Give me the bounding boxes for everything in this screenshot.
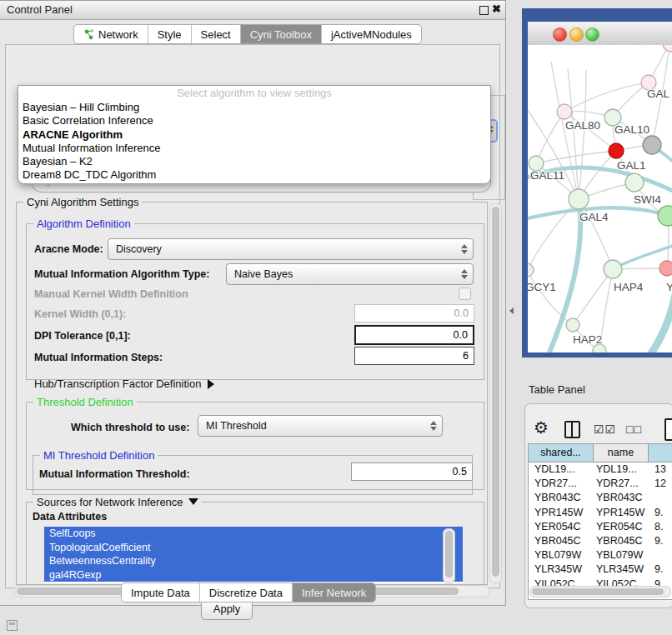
manual-kernel-checkbox[interactable] [459,288,471,300]
table-cell: YBR045C [529,534,593,548]
table-row[interactable]: YER054CYER054C8. [529,520,672,534]
table-row[interactable]: YBR043CYBR043C [529,491,672,505]
mi-threshold-group-title: MI Threshold Definition [40,449,158,462]
column-header-shared-name[interactable]: shared... [529,444,594,462]
source-attribute-item[interactable]: gal4RGexp [44,568,463,582]
network-icon [83,28,94,40]
network-node[interactable] [528,263,534,277]
network-node[interactable] [609,143,624,158]
table-panel-title: Table Panel [529,383,585,396]
sources-title-label: Sources for Network Inference [37,496,183,508]
table-cell: YDR27... [529,477,593,491]
manual-kernel-label: Manual Kernel Width Definition [34,288,188,300]
bottom-tab-discretize-data[interactable]: Discretize Data [200,583,293,602]
algorithm-option[interactable]: Bayesian – Hill Climbing [18,101,490,114]
tab-label: Cyni Toolbox [250,28,312,41]
panel-doc-icon[interactable] [664,418,672,441]
mi-steps-field[interactable]: 6 [354,347,474,365]
column-header-name[interactable]: name [594,444,649,462]
close-window-button[interactable] [553,28,567,42]
column-header-partial[interactable] [649,444,672,462]
dpi-tolerance-field[interactable]: 0.0 [354,325,474,345]
gear-icon[interactable]: ⚙ [534,418,549,438]
zoom-window-button[interactable] [585,28,599,42]
table-row[interactable]: YDL19...YDL19...13 [529,462,672,477]
table-cell: YBR043C [593,491,648,505]
select-all-checkboxes-icon[interactable]: ☑☑ [594,422,616,436]
algorithm-option[interactable]: Dream8 DC_TDC Algorithm [18,168,490,182]
network-edge [564,82,649,112]
table-horizontal-scrollbar[interactable] [529,586,671,598]
network-node[interactable] [625,173,644,192]
table-cell: YPR145W [593,506,648,520]
tab-select[interactable]: Select [192,25,241,43]
bottom-tabs: Impute DataDiscretize DataInfer Network [121,582,376,602]
which-threshold-value: MI Threshold [198,420,428,432]
algorithm-option[interactable]: ARACNE Algorithm [18,128,490,142]
list-scrollbar[interactable] [443,528,455,583]
tab-label: Network [98,28,138,41]
deselect-all-checkboxes-icon[interactable]: □□ [626,422,642,436]
settings-vertical-scrollbar[interactable] [489,203,502,583]
panel-divider-collapse-icon[interactable] [509,308,514,314]
network-node[interactable] [663,45,672,52]
tab-network[interactable]: Network [74,25,148,43]
columns-icon[interactable] [564,421,580,438]
source-attribute-item[interactable]: BetweennessCentrality [44,554,463,568]
tab-style[interactable]: Style [148,25,192,43]
table-cell: YER054C [529,520,593,534]
network-node[interactable] [643,136,661,154]
combo-spinner-icon [459,244,470,254]
dpi-tolerance-label: DPI Tolerance [0,1]: [34,330,131,342]
node-label: GAL80 [565,119,600,132]
tab-cyni-toolbox[interactable]: Cyni Toolbox [241,25,322,43]
network-node[interactable] [557,104,572,119]
tab-label: Infer Network [302,587,366,599]
control-panel-tabs: NetworkStyleSelectCyni ToolboxjActiveMNo… [73,24,422,44]
network-node[interactable] [659,261,672,276]
minimize-window-button[interactable] [569,28,584,42]
table-cell: YBL079W [529,548,593,562]
threshold-definition-title: Threshold Definition [33,396,137,408]
mi-type-value: Naive Bayes [227,268,459,280]
network-node[interactable] [566,318,579,332]
tab-jactivemnodules[interactable]: jActiveMNodules [322,25,421,43]
window-title: Control Panel [7,3,73,16]
network-graph: GALGAL80GAL10GAL1SWI4GAL11GAL4GCY1HAP4YH… [528,45,672,352]
mi-threshold-field[interactable]: 0.5 [351,462,473,481]
algorithm-option[interactable]: Bayesian – K2 [18,155,490,168]
app-root: Control Panel ✖ NetworkStyleSelectCyni T… [0,0,672,635]
source-attribute-item[interactable]: SelfLoops [44,527,463,541]
control-panel-titlebar: Control Panel ✖ [0,1,505,20]
control-panel-window: Control Panel ✖ NetworkStyleSelectCyni T… [0,0,506,606]
hub-definition-toggle[interactable]: Hub/Transcription Factor Definition [34,378,214,390]
mi-type-combo[interactable]: Naive Bayes [226,263,474,285]
table-row[interactable]: YDR27...YDR27...12 [529,477,672,491]
close-icon[interactable]: ✖ [492,2,501,15]
table-row[interactable]: YLR345WYLR345W9. [529,562,672,577]
cyni-toolbox-panel: gal-filtered sif default node Select alg… [5,44,500,588]
network-canvas[interactable]: GALGAL80GAL10GAL1SWI4GAL11GAL4GCY1HAP4YH… [528,45,672,352]
float-window-icon[interactable] [479,6,489,15]
table-row[interactable]: YBL079WYBL079W [529,548,672,562]
network-node[interactable] [604,260,622,278]
network-edge [573,269,613,325]
node-label: HAP2 [573,333,602,346]
table-row[interactable]: YBR045CYBR045C9. [529,534,672,548]
network-node[interactable] [569,189,589,209]
which-threshold-combo[interactable]: MI Threshold [198,415,443,437]
collapse-down-icon [188,498,198,505]
algorithm-option[interactable]: Mutual Information Inference [18,142,490,155]
bottom-tab-infer-network[interactable]: Infer Network [293,583,375,602]
algorithm-option[interactable]: Basic Correlation Inference [18,114,490,128]
dock-panel-icon[interactable] [7,620,18,631]
kernel-width-field[interactable]: 0.0 [354,304,474,322]
source-attribute-item[interactable]: TopologicalCoefficient [44,541,463,555]
sources-title[interactable]: Sources for Network Inference [33,496,202,508]
node-label: GCY1 [528,281,556,293]
table-row[interactable]: YPR145WYPR145W9. [529,506,672,520]
aracne-mode-combo[interactable]: Discovery [108,238,474,260]
node-label: Y [666,281,672,293]
bottom-tab-impute-data[interactable]: Impute Data [122,583,200,602]
network-node[interactable] [658,206,672,226]
